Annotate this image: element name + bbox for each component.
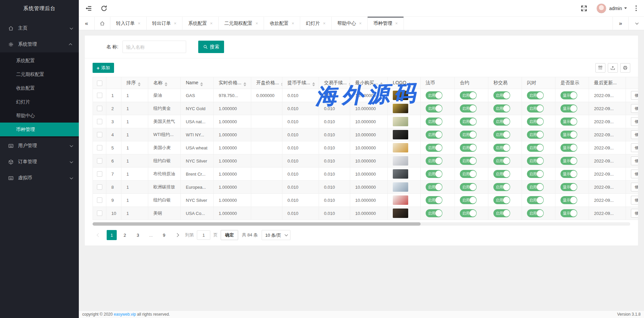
- scrollbar-thumb[interactable]: [93, 222, 421, 226]
- row-checkbox[interactable]: [97, 106, 102, 111]
- sort-icon[interactable]: [244, 82, 246, 86]
- column-header-name_en[interactable]: Name: [181, 77, 214, 89]
- sec-toggle[interactable]: 启用: [493, 91, 510, 99]
- sec-toggle[interactable]: 启用: [493, 209, 510, 217]
- visible-toggle[interactable]: 显示: [560, 131, 577, 139]
- tabs-scroll-right-button[interactable]: »: [612, 17, 628, 30]
- sidebar-item-system[interactable]: 系统管理: [0, 36, 79, 52]
- row-checkbox[interactable]: [97, 211, 102, 216]
- close-icon[interactable]: ×: [359, 21, 362, 26]
- column-header-wfee[interactable]: 提币手续...: [282, 77, 319, 89]
- tab-系统配置[interactable]: 系统配置×: [182, 17, 219, 30]
- flash-toggle[interactable]: 启用: [527, 91, 544, 99]
- kebab-icon[interactable]: [634, 4, 638, 12]
- sec-toggle[interactable]: 启用: [493, 157, 510, 165]
- flash-toggle[interactable]: 启用: [527, 170, 544, 178]
- tab-二元期权配置[interactable]: 二元期权配置×: [219, 17, 264, 30]
- fullscreen-icon[interactable]: [580, 5, 588, 12]
- flash-toggle[interactable]: 启用: [527, 118, 544, 126]
- column-header-open[interactable]: 开盘价格...: [251, 77, 282, 89]
- page-button-2[interactable]: 2: [120, 230, 130, 240]
- fiat-toggle[interactable]: 启用: [426, 209, 442, 217]
- columns-icon[interactable]: [595, 63, 605, 73]
- contract-toggle[interactable]: 启用: [460, 157, 477, 165]
- flash-toggle[interactable]: 启用: [527, 104, 544, 112]
- sidebar-subitem-二元期权配置[interactable]: 二元期权配置: [0, 67, 79, 81]
- row-checkbox[interactable]: [97, 197, 102, 203]
- tab-转出订单[interactable]: 转出订单×: [147, 17, 183, 30]
- visible-toggle[interactable]: 显示: [560, 209, 577, 217]
- sidebar-item-users[interactable]: 用户管理: [0, 138, 79, 154]
- sidebar-item-home[interactable]: 主页: [0, 20, 79, 36]
- edit-button[interactable]: 修改: [631, 130, 638, 139]
- sidebar-subitem-幻灯片[interactable]: 幻灯片: [0, 95, 79, 109]
- visible-toggle[interactable]: 显示: [560, 104, 577, 112]
- sort-icon[interactable]: [281, 82, 282, 86]
- contract-toggle[interactable]: 启用: [460, 118, 477, 126]
- row-checkbox[interactable]: [97, 184, 102, 190]
- visible-toggle[interactable]: 显示: [560, 196, 577, 204]
- row-checkbox[interactable]: [97, 132, 102, 137]
- sort-icon[interactable]: [138, 82, 141, 86]
- contract-toggle[interactable]: 启用: [460, 144, 477, 152]
- sidebar-subitem-帮助中心[interactable]: 帮助中心: [0, 109, 79, 123]
- fiat-toggle[interactable]: 启用: [426, 144, 442, 152]
- contract-toggle[interactable]: 启用: [460, 131, 477, 139]
- flash-toggle[interactable]: 启用: [527, 157, 544, 165]
- flash-toggle[interactable]: 启用: [527, 144, 544, 152]
- prev-page-button[interactable]: [94, 230, 104, 240]
- contract-toggle[interactable]: 启用: [460, 104, 477, 112]
- visible-toggle[interactable]: 显示: [560, 157, 577, 165]
- row-checkbox[interactable]: [97, 171, 102, 177]
- column-header-sort[interactable]: 排序: [121, 77, 148, 89]
- visible-toggle[interactable]: 显示: [560, 183, 577, 191]
- fiat-toggle[interactable]: 启用: [426, 157, 442, 165]
- sec-toggle[interactable]: 启用: [493, 118, 510, 126]
- sec-toggle[interactable]: 启用: [493, 170, 510, 178]
- contract-toggle[interactable]: 启用: [460, 170, 477, 178]
- fiat-toggle[interactable]: 启用: [426, 183, 442, 191]
- add-button[interactable]: + 添加: [93, 63, 114, 73]
- sec-toggle[interactable]: 启用: [493, 144, 510, 152]
- sidebar-subitem-币种管理[interactable]: 币种管理: [0, 123, 79, 136]
- sidebar-subitem-收款配置[interactable]: 收款配置: [0, 81, 79, 95]
- column-header-tfee[interactable]: 交易手续...: [319, 77, 350, 89]
- edit-button[interactable]: 修改: [631, 170, 638, 178]
- visible-toggle[interactable]: 显示: [560, 91, 577, 99]
- contract-toggle[interactable]: 启用: [460, 91, 477, 99]
- page-button-9[interactable]: 9: [159, 230, 169, 240]
- tab-币种管理[interactable]: 币种管理×: [368, 17, 404, 30]
- search-button[interactable]: 搜索: [198, 41, 224, 53]
- contract-toggle[interactable]: 启用: [460, 183, 477, 191]
- sec-toggle[interactable]: 启用: [493, 104, 510, 112]
- fiat-toggle[interactable]: 启用: [426, 196, 442, 204]
- contract-toggle[interactable]: 启用: [460, 196, 477, 204]
- visible-toggle[interactable]: 显示: [560, 118, 577, 126]
- close-icon[interactable]: ×: [256, 21, 258, 26]
- flash-toggle[interactable]: 启用: [527, 131, 544, 139]
- sort-icon[interactable]: [380, 82, 383, 86]
- page-size-select[interactable]: 10 条/页: [262, 230, 290, 240]
- close-icon[interactable]: ×: [138, 21, 141, 26]
- tabs-dropdown-button[interactable]: [628, 17, 644, 30]
- column-header-minbuy[interactable]: 最小购买...: [350, 77, 388, 89]
- close-icon[interactable]: ×: [210, 21, 213, 26]
- flash-toggle[interactable]: 启用: [527, 209, 544, 217]
- edit-button[interactable]: 修改: [631, 104, 638, 113]
- fiat-toggle[interactable]: 启用: [426, 131, 442, 139]
- row-checkbox[interactable]: [97, 158, 102, 164]
- close-icon[interactable]: ×: [174, 21, 177, 26]
- close-icon[interactable]: ×: [291, 21, 294, 26]
- page-button-3[interactable]: 3: [133, 230, 143, 240]
- visible-toggle[interactable]: 显示: [560, 170, 577, 178]
- fiat-toggle[interactable]: 启用: [426, 118, 442, 126]
- sidebar-item-virtual-coin[interactable]: 虚拟币: [0, 170, 79, 186]
- menu-fold-icon[interactable]: [85, 5, 92, 12]
- edit-button[interactable]: 修改: [631, 196, 638, 205]
- sort-icon[interactable]: [408, 82, 411, 86]
- close-icon[interactable]: ×: [323, 21, 326, 26]
- confirm-button[interactable]: 确定: [221, 230, 238, 240]
- easyweb-link[interactable]: easyweb.vip: [114, 312, 136, 317]
- sec-toggle[interactable]: 启用: [493, 196, 510, 204]
- page-button-1[interactable]: 1: [107, 230, 117, 240]
